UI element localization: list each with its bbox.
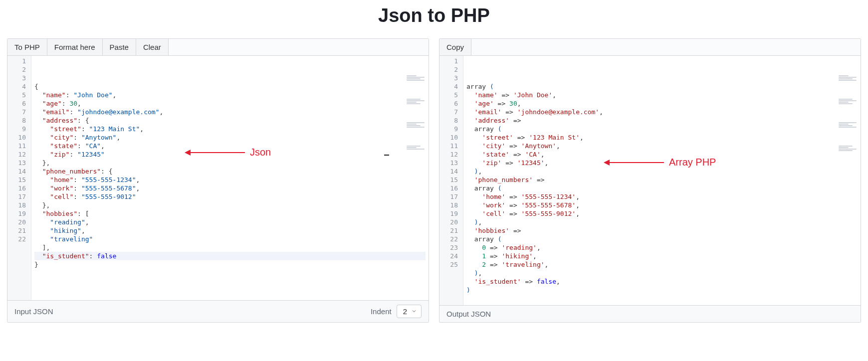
code-line[interactable]: 'hobbies' => bbox=[466, 226, 858, 235]
clear-button[interactable]: Clear bbox=[136, 39, 169, 55]
line-number: 22 bbox=[7, 235, 31, 243]
line-number: 13 bbox=[7, 159, 31, 167]
panels-container: To PHP Format here Paste Clear 123456789… bbox=[0, 38, 868, 323]
line-number: 24 bbox=[439, 252, 463, 260]
line-number: 12 bbox=[439, 150, 463, 159]
code-line[interactable]: 'email' => 'johndoe@example.com', bbox=[466, 108, 858, 116]
line-number: 4 bbox=[439, 82, 463, 91]
code-line[interactable]: 'street' => '123 Main St', bbox=[466, 133, 858, 142]
line-number: 8 bbox=[439, 116, 463, 125]
line-number: 17 bbox=[439, 192, 463, 201]
line-number: 14 bbox=[439, 167, 463, 176]
code-line[interactable]: "name": "John Doe", bbox=[34, 91, 426, 99]
code-line[interactable]: "zip": "12345" bbox=[34, 150, 426, 159]
input-toolbar: To PHP Format here Paste Clear bbox=[7, 39, 429, 56]
to-php-button[interactable]: To PHP bbox=[7, 39, 47, 55]
line-number: 22 bbox=[439, 235, 463, 243]
line-number: 16 bbox=[7, 184, 31, 192]
code-line[interactable]: 2 => 'traveling', bbox=[466, 260, 858, 269]
code-line[interactable]: "address": { bbox=[34, 116, 426, 125]
output-footer: Output JSON bbox=[439, 305, 861, 322]
line-number: 6 bbox=[439, 99, 463, 108]
input-editor[interactable]: 12345678910111213141516171819202122 { "n… bbox=[7, 56, 429, 300]
input-line-gutter: 12345678910111213141516171819202122 bbox=[7, 56, 31, 300]
output-editor[interactable]: 1234567891011121314151617181920212223242… bbox=[439, 56, 861, 305]
input-panel: To PHP Format here Paste Clear 123456789… bbox=[7, 38, 429, 323]
code-line[interactable]: ], bbox=[34, 243, 426, 252]
line-number: 19 bbox=[439, 209, 463, 218]
code-line[interactable]: "reading", bbox=[34, 218, 426, 226]
code-line[interactable]: 1 => 'hiking', bbox=[466, 252, 858, 260]
code-line[interactable]: 'phone_numbers' => bbox=[466, 176, 858, 184]
code-line[interactable]: "cell": "555-555-9012" bbox=[34, 192, 426, 201]
output-footer-label: Output JSON bbox=[446, 310, 491, 318]
code-line[interactable]: "work": "555-555-5678", bbox=[34, 184, 426, 192]
code-line[interactable]: 'work' => '555-555-5678', bbox=[466, 201, 858, 209]
line-number: 15 bbox=[7, 176, 31, 184]
indent-select[interactable]: 2 bbox=[397, 305, 422, 318]
line-number: 23 bbox=[439, 243, 463, 252]
line-number: 20 bbox=[7, 218, 31, 226]
code-line[interactable]: array ( bbox=[466, 82, 858, 91]
code-line[interactable]: "is_student": false bbox=[34, 252, 426, 260]
line-number: 21 bbox=[439, 226, 463, 235]
indent-value: 2 bbox=[403, 307, 407, 316]
line-number: 9 bbox=[7, 125, 31, 133]
code-line[interactable]: "state": "CA", bbox=[34, 142, 426, 150]
code-line[interactable]: 'home' => '555-555-1234', bbox=[466, 192, 858, 201]
code-line[interactable]: "age": 30, bbox=[34, 99, 426, 108]
paste-button[interactable]: Paste bbox=[103, 39, 136, 55]
code-line[interactable]: 'name' => 'John Doe', bbox=[466, 91, 858, 99]
code-line[interactable]: 'state' => 'CA', bbox=[466, 150, 858, 159]
input-footer: Input JSON Indent 2 bbox=[7, 300, 429, 322]
line-number: 7 bbox=[7, 108, 31, 116]
code-line[interactable]: ) bbox=[466, 286, 858, 294]
line-number: 7 bbox=[439, 108, 463, 116]
line-number: 8 bbox=[7, 116, 31, 125]
code-line[interactable]: } bbox=[34, 260, 426, 269]
input-footer-label: Input JSON bbox=[14, 307, 53, 316]
code-line[interactable]: "city": "Anytown", bbox=[34, 133, 426, 142]
code-line[interactable]: "home": "555-555-1234", bbox=[34, 176, 426, 184]
line-number: 19 bbox=[7, 209, 31, 218]
code-line[interactable]: 'is_student' => false, bbox=[466, 277, 858, 286]
output-line-gutter: 1234567891011121314151617181920212223242… bbox=[439, 56, 463, 305]
code-line[interactable]: 'address' => bbox=[466, 116, 858, 125]
line-number: 12 bbox=[7, 150, 31, 159]
separator-notch bbox=[384, 155, 389, 156]
code-line[interactable]: }, bbox=[34, 201, 426, 209]
line-number: 5 bbox=[439, 91, 463, 99]
code-line[interactable]: array ( bbox=[466, 184, 858, 192]
line-number: 11 bbox=[439, 142, 463, 150]
code-line[interactable]: "street": "123 Main St", bbox=[34, 125, 426, 133]
code-line[interactable]: 'cell' => '555-555-9012', bbox=[466, 209, 858, 218]
input-code-area[interactable]: { "name": "John Doe", "age": 30, "email"… bbox=[31, 56, 429, 300]
code-line[interactable]: "hobbies": [ bbox=[34, 209, 426, 218]
code-line[interactable]: array ( bbox=[466, 125, 858, 133]
code-line[interactable]: 0 => 'reading', bbox=[466, 243, 858, 252]
code-line[interactable]: "email": "johndoe@example.com", bbox=[34, 108, 426, 116]
format-here-button[interactable]: Format here bbox=[47, 39, 103, 55]
code-line[interactable]: array ( bbox=[466, 235, 858, 243]
line-number: 1 bbox=[7, 57, 31, 65]
code-line[interactable]: "traveling" bbox=[34, 235, 426, 243]
line-number: 6 bbox=[7, 99, 31, 108]
code-line[interactable]: ), bbox=[466, 269, 858, 277]
code-line[interactable]: 'city' => 'Anytown', bbox=[466, 142, 858, 150]
code-line[interactable]: 'age' => 30, bbox=[466, 99, 858, 108]
line-number: 13 bbox=[439, 159, 463, 167]
code-line[interactable]: 'zip' => '12345', bbox=[466, 159, 858, 167]
copy-button[interactable]: Copy bbox=[439, 39, 471, 55]
line-number: 17 bbox=[7, 192, 31, 201]
code-line[interactable]: }, bbox=[34, 159, 426, 167]
code-line[interactable]: ), bbox=[466, 167, 858, 176]
line-number: 10 bbox=[7, 133, 31, 142]
line-number: 21 bbox=[7, 226, 31, 235]
code-line[interactable]: { bbox=[34, 82, 426, 91]
line-number: 16 bbox=[439, 184, 463, 192]
code-line[interactable]: "phone_numbers": { bbox=[34, 167, 426, 176]
line-number: 9 bbox=[439, 125, 463, 133]
output-code-area[interactable]: array ( 'name' => 'John Doe', 'age' => 3… bbox=[463, 56, 861, 305]
code-line[interactable]: ), bbox=[466, 218, 858, 226]
code-line[interactable]: "hiking", bbox=[34, 226, 426, 235]
